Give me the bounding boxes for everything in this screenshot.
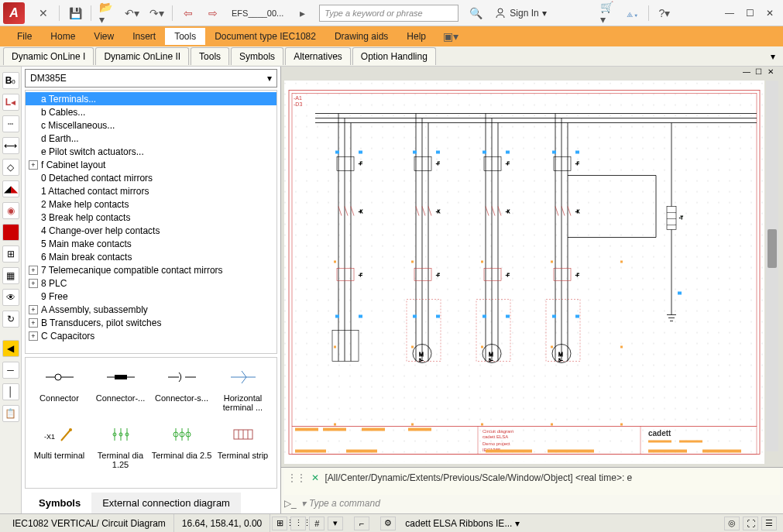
symbol-terminal-strip[interactable]: Terminal strip [212, 423, 273, 480]
status-snap-icon[interactable]: ⋮⋮⋮ [290, 517, 306, 530]
panel-tab-external[interactable]: External connection diagram [91, 493, 241, 513]
tree-item-14[interactable]: +8 PLC [26, 276, 276, 290]
tree-item-3[interactable]: d Earth... [26, 132, 276, 145]
window-minimize[interactable]: — [723, 6, 737, 20]
sb-clip-icon[interactable]: 📋 [2, 405, 19, 422]
tree-item-4[interactable]: e Pilot switch actuators... [26, 145, 276, 158]
tree-item-1[interactable]: b Cables... [26, 105, 276, 118]
status-gear-icon[interactable]: ⚙ [380, 517, 396, 530]
expand-icon[interactable]: + [29, 331, 38, 341]
sb-down-icon[interactable]: ─ [2, 362, 19, 379]
symbol-library-dropdown[interactable]: DM385E ▾ [25, 69, 277, 88]
tree-item-5[interactable]: +f Cabinet layout [26, 158, 276, 171]
tree-item-9[interactable]: 3 Break help contacts [26, 211, 276, 224]
undo-icon[interactable]: ↶▾ [124, 5, 139, 21]
tab-dynamic-online-1[interactable]: Dynamic OnLine I [3, 47, 94, 65]
cart-icon[interactable]: 🛒▾ [600, 5, 616, 21]
status-menu-icon[interactable]: ☰ [761, 517, 777, 530]
drawing-minimize[interactable]: — [743, 67, 752, 77]
nav-back-icon[interactable]: ⇦ [180, 5, 196, 21]
drawing-maximize[interactable]: ☐ [755, 67, 764, 77]
tab-dynamic-online-2[interactable]: Dynamic OnLine II [95, 47, 189, 65]
signin-button[interactable]: Sign In ▾ [494, 7, 546, 19]
tree-item-12[interactable]: 6 Main break contacts [26, 250, 276, 263]
sb-dash-icon[interactable]: ┄ [2, 115, 19, 132]
sb-point-icon[interactable]: ◇ [2, 159, 19, 176]
sb-calc-icon[interactable]: ⊞ [2, 245, 19, 263]
expand-icon[interactable]: + [29, 266, 38, 275]
sb-refresh-icon[interactable]: ↻ [2, 311, 19, 328]
tree-item-17[interactable]: +B Transducers, pilot switches [26, 316, 276, 329]
tree-item-8[interactable]: 2 Make help contacts [26, 197, 276, 211]
sb-v-icon[interactable]: │ [2, 383, 19, 400]
tree-item-10[interactable]: 4 Change-over help contacts [26, 224, 276, 237]
ribbon-expand-icon[interactable]: ▣▾ [443, 29, 458, 44]
save-icon[interactable]: 💾 [67, 5, 83, 21]
drawing-close[interactable]: ✕ [768, 67, 777, 77]
redo-icon[interactable]: ↷▾ [149, 5, 164, 21]
window-close[interactable]: ✕ [763, 6, 777, 20]
status-dropdown-icon[interactable]: ▾ [328, 517, 343, 530]
status-grid2-icon[interactable]: # [309, 517, 325, 530]
expand-icon[interactable]: + [29, 279, 38, 288]
open-icon[interactable]: 📂▾ [99, 5, 115, 21]
tree-item-7[interactable]: 1 Attached contact mirrors [26, 184, 276, 197]
panel-tab-symbols[interactable]: Symbols [28, 493, 91, 513]
sb-hide-icon[interactable]: 👁 [2, 289, 19, 306]
drawing-canvas[interactable]: -A1 -D3 -F-K-F-F-K-FM3~-F-K-FM3~-F-K-FM3… [284, 81, 764, 464]
command-input[interactable]: ▷_ ▾ Type a command [284, 495, 780, 512]
sb-bold-icon[interactable]: B₀ [2, 72, 19, 89]
symbol-terminal-dia-2-5[interactable]: Terminal dia 2.5 [151, 423, 212, 480]
ribbon-tools[interactable]: Tools [165, 28, 205, 45]
tab-tools[interactable]: Tools [191, 47, 229, 65]
ribbon-view[interactable]: View [84, 28, 123, 45]
sb-paint-icon[interactable]: ◢◣ [2, 180, 19, 197]
status-fullscreen-icon[interactable]: ⛶ [743, 517, 758, 530]
scrollbar-thumb[interactable] [768, 229, 777, 268]
window-maximize[interactable]: ☐ [743, 6, 757, 20]
tree-item-0[interactable]: a Terminals... [26, 92, 276, 105]
tree-item-15[interactable]: 9 Free [26, 290, 276, 303]
ribbon-drawing-aids[interactable]: Drawing aids [325, 28, 397, 45]
symbol-horizontal-terminal-[interactable]: Horizontal terminal ... [212, 366, 273, 423]
status-ribbon-label[interactable]: cadett ELSA Ribbons IE...▾ [397, 514, 527, 532]
symbol-connector[interactable]: Connector [29, 366, 90, 423]
expand-icon[interactable]: + [29, 318, 38, 328]
tree-item-18[interactable]: +C Capacitors [26, 329, 276, 342]
tree-item-11[interactable]: 5 Main make contacts [26, 237, 276, 250]
sb-layer-icon[interactable]: L◂ [2, 94, 19, 111]
tab-option-handling[interactable]: Option Handling [352, 47, 436, 65]
tabstrip-expand-icon[interactable]: ▾ [766, 51, 780, 62]
tree-item-16[interactable]: +A Assembly, subassembly [26, 303, 276, 316]
ribbon-help[interactable]: Help [397, 28, 435, 45]
tree-item-13[interactable]: +7 Telemecanique compatible contact mirr… [26, 263, 276, 276]
sb-grid-icon[interactable]: ▦ [2, 267, 19, 284]
close-doc-icon[interactable]: ✕ [36, 5, 51, 21]
nav-fwd-icon[interactable]: ⇨ [205, 5, 221, 21]
tree-item-2[interactable]: c Miscellaneous... [26, 118, 276, 132]
search-input[interactable]: Type a keyword or phrase [319, 5, 458, 22]
binoculars-icon[interactable]: 🔍 [468, 5, 483, 21]
ribbon-insert[interactable]: Insert [123, 28, 165, 45]
status-angle-icon[interactable]: ⌐ [354, 517, 369, 530]
sb-dim-icon[interactable]: ⟷ [2, 137, 19, 154]
share-icon[interactable]: ⟁▾ [625, 5, 640, 21]
tab-alternatives[interactable]: Alternatives [285, 47, 351, 65]
sb-left-icon[interactable]: ◀ [2, 340, 19, 357]
status-globe-icon[interactable]: ◎ [724, 517, 740, 530]
symbol-terminal-dia-1-25[interactable]: Terminal dia 1.25 [90, 423, 151, 480]
tree-item-6[interactable]: 0 Detached contact mirrors [26, 171, 276, 184]
ribbon-doctype[interactable]: Document type IEC1082 [205, 28, 325, 45]
expand-icon[interactable]: + [29, 305, 38, 314]
doc-dropdown-icon[interactable]: ▸ [294, 5, 310, 21]
canvas-vscrollbar[interactable] [766, 81, 778, 451]
expand-icon[interactable]: + [29, 160, 38, 170]
symbol-multi-terminal[interactable]: -X1Multi terminal [29, 423, 90, 480]
sb-fill-icon[interactable] [2, 224, 19, 241]
help-icon[interactable]: ?▾ [657, 5, 672, 21]
tab-symbols[interactable]: Symbols [231, 47, 283, 65]
ribbon-home[interactable]: Home [41, 28, 84, 45]
symbol-connector-[interactable]: Connector-... [90, 366, 151, 423]
sb-circle-icon[interactable]: ◉ [2, 202, 19, 219]
ribbon-file[interactable]: File [8, 28, 41, 45]
